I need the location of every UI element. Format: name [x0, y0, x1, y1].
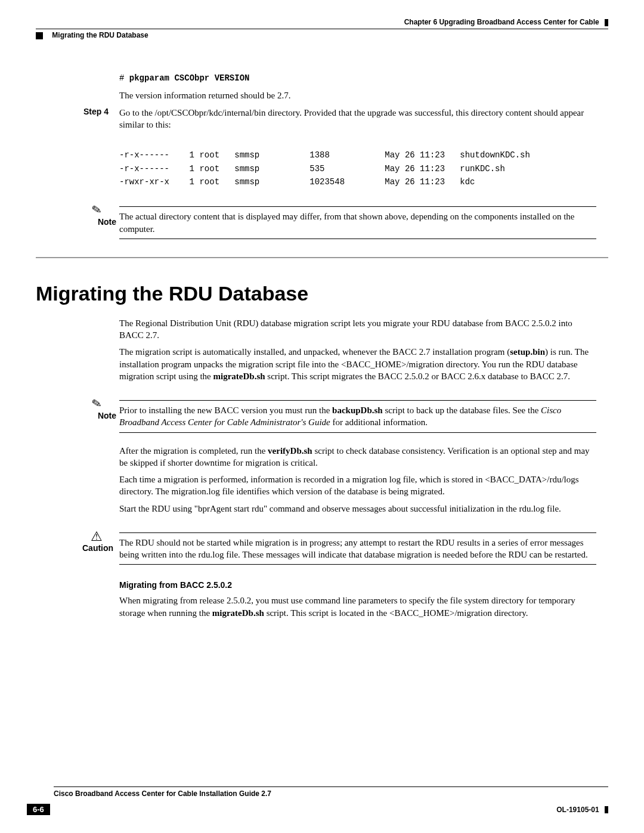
- note-rule: [119, 239, 596, 239]
- caution-icon-wrap: ⚠: [89, 529, 104, 544]
- step-label: Step 4: [83, 107, 109, 116]
- pen-icon: ✎: [91, 396, 103, 412]
- pen-icon: ✎: [91, 202, 103, 218]
- header-chapter: Chapter 6 Upgrading Broadband Access Cen…: [404, 18, 608, 26]
- footer-rule: [54, 786, 608, 787]
- step-4-text: Go to the /opt/CSCObpr/kdc/internal/bin …: [119, 107, 596, 131]
- doc-id-text: OL-19105-01: [556, 806, 599, 814]
- footer-title: Cisco Broadband Access Center for Cable …: [54, 789, 271, 798]
- doc-id: OL-19105-01: [556, 806, 608, 814]
- intro-para-1: The Regional Distribution Unit (RDU) dat…: [119, 317, 596, 342]
- header-rule: [36, 29, 608, 29]
- backupdb-sh: backupDb.sh: [332, 405, 383, 415]
- migrate-2502-para: When migrating from release 2.5.0.2, you…: [119, 594, 596, 619]
- page-footer: Cisco Broadband Access Center for Cable …: [27, 786, 608, 815]
- section-divider: [36, 257, 608, 258]
- warning-icon: ⚠: [91, 529, 103, 544]
- text: script. This script migrates the BACC 2.…: [265, 371, 570, 381]
- chapter-label: Chapter 6 Upgrading Broadband Access Cen…: [404, 18, 599, 26]
- subheading: Migrating from BACC 2.5.0.2: [119, 580, 608, 590]
- caution-label: Caution: [82, 543, 112, 553]
- migratedb-sh: migrateDb.sh: [213, 371, 265, 381]
- text: Prior to installing the new BACC version…: [119, 405, 332, 415]
- verifydb-sh: verifyDb.sh: [268, 446, 312, 456]
- note-1: ✎ Note The actual directory content that…: [36, 206, 608, 239]
- log-para: Each time a migration is performed, info…: [119, 473, 596, 498]
- start-rdu-para: Start the RDU using "bprAgent start rdu"…: [119, 503, 596, 515]
- intro-para-2: The migration script is automatically in…: [119, 346, 596, 382]
- directory-listing: -r-x------ 1 root smmsp 1388 May 26 11:2…: [119, 148, 596, 188]
- step-4: Step 4 Go to the /opt/CSCObpr/kdc/intern…: [36, 107, 608, 131]
- version-note: The version information returned should …: [119, 89, 596, 101]
- verify-para: After the migration is completed, run th…: [119, 445, 596, 469]
- page-number: 6-6: [27, 804, 50, 815]
- header-section: Migrating the RDU Database: [36, 31, 148, 39]
- text: script. This script is located in the <B…: [264, 608, 528, 618]
- note-label: Note: [86, 217, 116, 227]
- text: After the migration is completed, run th…: [119, 446, 268, 456]
- setup-bin: setup.bin: [510, 347, 545, 357]
- page-header: Chapter 6 Upgrading Broadband Access Cen…: [36, 18, 608, 42]
- note-icon: ✎: [89, 203, 104, 217]
- note-label: Note: [86, 411, 116, 420]
- page: Chapter 6 Upgrading Broadband Access Cen…: [0, 0, 644, 833]
- caution-block: ⚠ Caution The RDU should not be started …: [36, 532, 608, 565]
- note-rule: [119, 400, 596, 401]
- note-rule: [119, 206, 596, 207]
- command-line: # pkgparam CSCObpr VERSION: [119, 72, 596, 85]
- text: The migration script is automatically in…: [119, 347, 510, 357]
- note-1-text: The actual directory content that is dis…: [119, 210, 596, 235]
- command-text: pkgparam CSCObpr VERSION: [129, 73, 250, 83]
- section-title: Migrating the RDU Database: [36, 282, 608, 305]
- note-icon: ✎: [89, 397, 104, 411]
- header-square-icon: [36, 32, 43, 39]
- note-2-text: Prior to installing the new BACC version…: [119, 404, 596, 429]
- note-2: ✎ Note Prior to installing the new BACC …: [36, 400, 608, 433]
- section-name: Migrating the RDU Database: [52, 31, 148, 39]
- caution-text: The RDU should not be started while migr…: [119, 537, 596, 561]
- note-rule: [119, 432, 596, 433]
- text: for additional information.: [330, 417, 428, 427]
- prompt: #: [119, 73, 129, 83]
- text: script to back up the database files. Se…: [383, 405, 541, 415]
- note-rule: [119, 532, 596, 533]
- note-rule: [119, 564, 596, 565]
- footer-rule-icon: [605, 806, 608, 813]
- header-rule-icon: [605, 19, 608, 26]
- migratedb-sh: migrateDb.sh: [212, 608, 264, 618]
